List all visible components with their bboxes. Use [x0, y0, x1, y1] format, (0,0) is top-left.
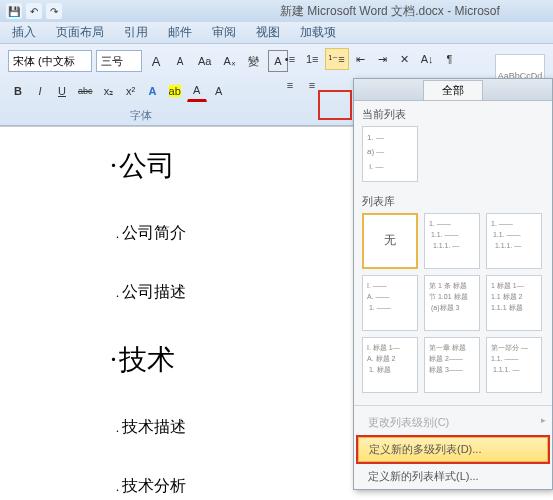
gallery-item[interactable]: 第一章 标题 标题 2―― 标题 3――	[424, 337, 480, 393]
ribbon-tabs: 插入 页面布局 引用 邮件 审阅 视图 加载项	[0, 22, 553, 44]
tab-mailings[interactable]: 邮件	[168, 24, 192, 41]
clear-format-button[interactable]: Aₓ	[219, 50, 239, 72]
tab-view[interactable]: 视图	[256, 24, 280, 41]
separator	[354, 405, 552, 406]
title-bar: 💾 ↶ ↷ 新建 Microsoft Word 文档.docx - Micros…	[0, 0, 553, 22]
strike-button[interactable]: abc	[74, 80, 97, 102]
phonetic-guide-button[interactable]: 變	[244, 50, 264, 72]
align-left-button[interactable]: ≡	[280, 74, 300, 96]
grow-font-button[interactable]: A	[146, 50, 166, 72]
font-name-select[interactable]: 宋体 (中文标	[8, 50, 92, 72]
eraser-icon: Aₓ	[223, 55, 235, 68]
dropdown-header: 全部	[354, 79, 552, 101]
gallery-item[interactable]: 第一部分 ― 1.1. ―― 1.1.1. ―	[486, 337, 542, 393]
heading-1[interactable]: 技术	[110, 341, 186, 379]
decrease-indent-button[interactable]: ⇤	[351, 48, 371, 70]
sort-button[interactable]: A↓	[417, 48, 438, 70]
align-center-button[interactable]: ≡	[302, 74, 322, 96]
heading-2[interactable]: 技术描述	[116, 417, 186, 438]
asian-layout-button[interactable]: ✕	[395, 48, 415, 70]
window-title: 新建 Microsoft Word 文档.docx - Microsof	[280, 3, 500, 20]
define-new-multilevel-list[interactable]: 定义新的多级列表(D)...	[358, 437, 548, 462]
multilevel-list-button[interactable]: ¹⁻≡	[325, 48, 349, 70]
bold-button[interactable]: B	[8, 80, 28, 102]
gallery-item[interactable]: I. ―― A. ―― 1. ――	[362, 275, 418, 331]
gallery-item-none[interactable]: 无	[362, 213, 418, 269]
list-gallery: 无 1. ―― 1.1. ―― 1.1.1. ― 1. ―― 1.1. ―― 1…	[354, 213, 552, 401]
multilevel-list-dropdown: 全部 当前列表 1. ― a) ― i. ― 列表库 无 1. ―― 1.1. …	[353, 78, 553, 490]
shrink-font-button[interactable]: A	[170, 50, 190, 72]
current-list-preview[interactable]: 1. ― a) ― i. ―	[362, 126, 418, 182]
subscript-button[interactable]: x₂	[99, 80, 119, 102]
define-new-list-style[interactable]: 定义新的列表样式(L)...	[354, 464, 552, 489]
highlight-button[interactable]: ab	[165, 80, 185, 102]
change-list-level: 更改列表级别(C) ▸	[354, 410, 552, 435]
tab-review[interactable]: 审阅	[212, 24, 236, 41]
tab-layout[interactable]: 页面布局	[56, 24, 104, 41]
gallery-label: 列表库	[354, 188, 552, 213]
multilevel-icon: ¹⁻≡	[329, 53, 345, 66]
tab-addins[interactable]: 加载项	[300, 24, 336, 41]
bullets-button[interactable]: •≡	[280, 48, 300, 70]
italic-button[interactable]: I	[30, 80, 50, 102]
text-effects-button[interactable]: A	[143, 80, 163, 102]
heading-2[interactable]: 公司描述	[116, 282, 186, 303]
char-shading-button[interactable]: A	[209, 80, 229, 102]
gallery-item[interactable]: 1 标题 1― 1.1 标题 2 1.1.1 标题	[486, 275, 542, 331]
numbering-button[interactable]: 1≡	[302, 48, 323, 70]
chevron-right-icon: ▸	[541, 415, 546, 425]
numbering-icon: 1≡	[306, 53, 319, 65]
gallery-item[interactable]: 1. ―― 1.1. ―― 1.1.1. ―	[424, 213, 480, 269]
save-icon[interactable]: 💾	[6, 3, 22, 19]
quick-access-toolbar: 💾 ↶ ↷	[6, 3, 62, 19]
gallery-item[interactable]: I. 标题 1― A. 标题 2 1. 标题	[362, 337, 418, 393]
gallery-item[interactable]: 第 1 条 标题 节 1.01 标题 (a)标题 3	[424, 275, 480, 331]
tab-references[interactable]: 引用	[124, 24, 148, 41]
superscript-button[interactable]: x²	[121, 80, 141, 102]
dropdown-tab-all[interactable]: 全部	[423, 80, 483, 100]
heading-2[interactable]: 公司简介	[116, 223, 186, 244]
current-list-label: 当前列表	[354, 101, 552, 126]
change-case-button[interactable]: Aa	[194, 50, 215, 72]
show-marks-button[interactable]: ¶	[439, 48, 459, 70]
heading-2[interactable]: 技术分析	[116, 476, 186, 497]
bullets-icon: •≡	[285, 53, 295, 65]
tab-insert[interactable]: 插入	[12, 24, 36, 41]
redo-icon[interactable]: ↷	[46, 3, 62, 19]
font-group-label: 字体	[130, 108, 152, 123]
undo-icon[interactable]: ↶	[26, 3, 42, 19]
font-color-button[interactable]: A	[187, 80, 207, 102]
underline-button[interactable]: U	[52, 80, 72, 102]
increase-indent-button[interactable]: ⇥	[373, 48, 393, 70]
gallery-item[interactable]: 1. ―― 1.1. ―― 1.1.1. ―	[486, 213, 542, 269]
heading-1[interactable]: 公司	[110, 147, 186, 185]
font-size-select[interactable]: 三号	[96, 50, 142, 72]
